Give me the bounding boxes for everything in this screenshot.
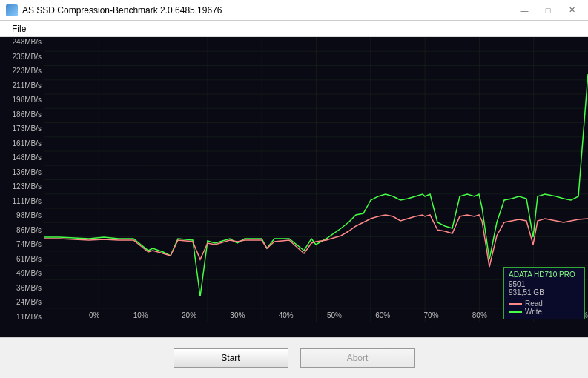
start-button[interactable]: Start [174,348,288,368]
y-axis-label: 36MB/s [1,285,42,292]
close-button[interactable]: ✕ [561,4,582,17]
maximize-button[interactable]: □ [538,4,558,17]
y-axis-label: 198MB/s [1,96,42,104]
y-axis-label: 223MB/s [1,67,42,75]
y-axis-label: 148MB/s [1,154,42,162]
chart-area: 248MB/s235MB/s223MB/s211MB/s198MB/s186MB… [0,37,588,337]
x-axis-label: 0% [89,311,99,319]
y-axis-label: 61MB/s [1,256,42,263]
y-axis-label: 136MB/s [1,169,42,176]
window-title: AS SSD Compression-Benchmark 2.0.6485.19… [22,5,222,16]
write-line-icon [509,311,522,313]
y-axis-label: 173MB/s [1,125,42,133]
title-bar-left: AS SSD Compression-Benchmark 2.0.6485.19… [6,4,222,16]
y-axis-label: 211MB/s [1,82,42,90]
x-axis-label: 60% [375,311,390,319]
title-bar: AS SSD Compression-Benchmark 2.0.6485.19… [0,0,588,21]
minimize-button[interactable]: — [514,4,535,17]
menu-file[interactable]: File [6,22,32,36]
y-axis-label: 186MB/s [1,111,42,119]
x-axis-label: 10% [133,311,148,319]
y-axis-label: 49MB/s [1,270,42,277]
menu-bar: File [0,21,588,37]
legend-write-row: Write [509,308,580,316]
y-axis-label: 74MB/s [1,241,42,248]
y-axis-label: 111MB/s [1,198,42,205]
y-axis-label: 235MB/s [1,53,42,61]
x-axis-label: 50% [327,311,342,319]
y-axis-label: 248MB/s [1,39,42,46]
y-axis-label: 11MB/s [1,314,42,321]
y-axis-label: 86MB/s [1,227,42,234]
bottom-bar: Start Abort [0,337,588,378]
read-line-icon [509,303,522,305]
x-axis-label: 40% [279,311,294,319]
y-axis: 248MB/s235MB/s223MB/s211MB/s198MB/s186MB… [0,37,44,322]
y-axis-label: 24MB/s [1,299,42,306]
y-axis-label: 161MB/s [1,140,42,147]
legend-read-row: Read [509,299,580,308]
y-axis-label: 123MB/s [1,183,42,190]
x-axis-label: 20% [182,311,196,319]
x-axis-label: 30% [230,311,245,319]
x-axis-label: 70% [424,311,439,319]
y-axis-label: 98MB/s [1,212,42,219]
title-controls: — □ ✕ [514,4,582,17]
legend-read-label: Read [525,299,543,308]
app-icon [6,4,18,16]
legend-drive: ADATA HD710 PRO [509,271,580,279]
legend-model: 9501 [509,280,580,288]
legend-write-label: Write [525,308,542,316]
x-axis-label: 80% [472,311,487,319]
legend-size: 931,51 GB [509,288,580,296]
abort-button[interactable]: Abort [300,348,415,368]
legend-box: ADATA HD710 PRO 9501 931,51 GB Read Writ… [503,267,585,319]
